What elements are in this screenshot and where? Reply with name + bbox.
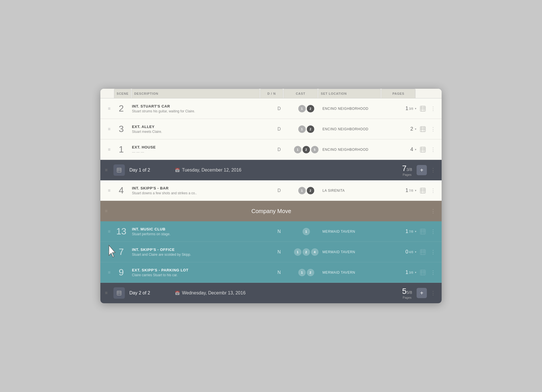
cast-badge-1: 1 (298, 187, 306, 194)
more-options[interactable]: ⋮ (429, 249, 437, 255)
location-value: LA SIRENITA (322, 189, 384, 193)
column-headers: SCENE DESCRIPTION D / N CAST SET LOCATIO… (100, 89, 442, 98)
strip-icon-col (416, 146, 429, 153)
scene-number: 9 (113, 267, 129, 278)
more-options[interactable]: ⋮ (429, 208, 437, 214)
day-icon (113, 164, 125, 176)
cast-badge-2: 2 (307, 105, 314, 112)
day-date-area: 📅 Tuesday, December 12, 2016 (175, 168, 402, 173)
cast-badge-2: 2 (303, 146, 310, 153)
scene-description: INT. STUART'S CAR Stuart strums his guit… (129, 104, 268, 113)
dm-value: N (268, 270, 290, 275)
cast-badges: 1 2 (290, 187, 322, 194)
more-options[interactable]: ⋮ (429, 126, 437, 132)
dm-value: N (268, 229, 290, 234)
day1-bar-wrapper: ≡ Day 1 of 2 📅 Tuesday, December 12, 201… (100, 160, 442, 180)
dm-value: D (268, 147, 290, 152)
strip-icon (419, 126, 426, 133)
pages-frac: 7/8 (409, 230, 413, 233)
col-header-location: SET LOCATION (318, 89, 381, 98)
pages-value: 1 7/8 ▾ (384, 228, 416, 234)
drag-handle[interactable]: ≡ (105, 209, 113, 214)
scene-number: 4 (113, 185, 129, 196)
day1-bar[interactable]: ≡ Day 1 of 2 📅 Tuesday, December 12, 201… (100, 160, 442, 180)
scene-row-4: ≡ 4 INT. SKIPP'S - BAR Stuart downs a fe… (100, 180, 442, 201)
pages-value: 1 3/8 ▾ (384, 106, 416, 112)
drag-handle[interactable]: ≡ (105, 127, 113, 132)
drag-handle[interactable]: ≡ (105, 188, 113, 193)
drag-handle[interactable]: ≡ (105, 147, 113, 152)
pages-frac: 3/8 (409, 107, 413, 110)
more-options[interactable]: ⋮ (429, 187, 437, 194)
cast-badge-5: 5 (311, 146, 318, 153)
scene-description: INT. MUSIC CLUB Stuart performs on stage… (129, 227, 268, 236)
scene-description: EXT. SKIPP'S - PARKING LOT Claire carrie… (129, 268, 268, 277)
location-value: ENCINO NEIGHBORHOOD (322, 148, 384, 152)
pages-label: Pages (402, 296, 412, 299)
add-button[interactable]: + (417, 165, 427, 175)
scene-number: 1 (113, 144, 129, 155)
pages-main: 1 (406, 269, 408, 275)
scene-number: 13 (113, 226, 129, 237)
scene-title: EXT. ALLEY (132, 125, 266, 129)
strip-icon-col (416, 249, 429, 255)
cast-badge-2: 2 (307, 269, 314, 276)
scene-number: 3 (113, 124, 129, 134)
cast-badge-4: 4 (311, 248, 318, 256)
location-value: MERMAID TAVERN (322, 230, 384, 234)
scene-subtitle: Stuart downs a few shots and strikes a c… (132, 191, 266, 195)
scene-subtitle: Stuart performs on stage. (132, 232, 266, 236)
svg-rect-26 (420, 229, 425, 234)
pages-value: 0 4/8 ▾ (384, 249, 416, 255)
cast-badges: 1 2 5 (290, 146, 322, 153)
svg-rect-0 (420, 106, 425, 111)
cast-badge-1: 1 (298, 269, 306, 276)
scene-title: INT. SKIPP'S - BAR (132, 186, 266, 190)
cast-badges: 1 2 4 (290, 248, 322, 256)
drag-handle[interactable]: ≡ (105, 290, 113, 296)
svg-rect-10 (420, 147, 425, 152)
cast-badge-1: 1 (294, 248, 301, 256)
strip-icon-col (416, 187, 429, 194)
more-options[interactable]: ⋮ (429, 290, 437, 296)
pages-main: 2 (410, 126, 413, 132)
col-header-scene: SCENE (114, 89, 131, 98)
svg-rect-31 (420, 249, 425, 255)
scene-row-9: ≡ 9 EXT. SKIPP'S - PARKING LOT Claire ca… (100, 262, 442, 283)
col-header-pages: PAGES (381, 89, 415, 98)
location-value: ENCINO NEIGHBORHOOD (322, 107, 384, 111)
dm-value: N (268, 249, 290, 255)
cast-badges: 1 (290, 228, 322, 235)
pages-value: 1 3/8 ▾ (384, 269, 416, 275)
cast-badge-1: 1 (294, 146, 301, 153)
more-options[interactable]: ⋮ (429, 228, 437, 235)
svg-rect-21 (420, 188, 425, 193)
day2-bar[interactable]: ≡ Day 2 of 2 📅 Wednesday, Decembr 13, 20… (100, 283, 442, 303)
pages-big: 5 (402, 287, 407, 296)
col-header-description: DESCRIPTION (132, 89, 260, 98)
strip-icon-col (416, 269, 429, 276)
drag-handle[interactable]: ≡ (105, 249, 113, 255)
drag-handle[interactable]: ≡ (105, 168, 113, 173)
scene-row-1: ≡ 1 EXT. HOUSE — — — D 1 2 5 ENCINO NEIG… (100, 139, 442, 160)
scene-subtitle: — — — (132, 150, 266, 154)
pages-frac: 7/8 (409, 189, 413, 192)
cast-badge-2: 2 (303, 248, 310, 256)
more-options[interactable]: ⋮ (429, 167, 437, 173)
company-move-row: ≡ Company Move ⋮ (100, 201, 442, 221)
add-button[interactable]: + (417, 288, 427, 298)
cast-badge-1: 1 (298, 105, 306, 112)
more-options[interactable]: ⋮ (429, 147, 437, 153)
col-header-cast: CAST (284, 89, 318, 98)
more-options[interactable]: ⋮ (429, 269, 437, 276)
drag-handle[interactable]: ≡ (105, 106, 113, 111)
drag-handle[interactable]: ≡ (105, 270, 113, 275)
drag-handle[interactable]: ≡ (105, 229, 113, 234)
pages-summary: 55/8 Pages (402, 287, 412, 299)
scene-description: EXT. ALLEY Stuart meets Claire. (129, 125, 268, 134)
pages-label: Pages (402, 173, 412, 176)
pages-main: 0 (406, 249, 408, 255)
more-options[interactable]: ⋮ (429, 106, 437, 112)
day-date: Wednesday, Decembr 13, 2016 (182, 290, 246, 296)
scene-row-2: ≡ 2 INT. STUART'S CAR Stuart strums his … (100, 98, 442, 119)
